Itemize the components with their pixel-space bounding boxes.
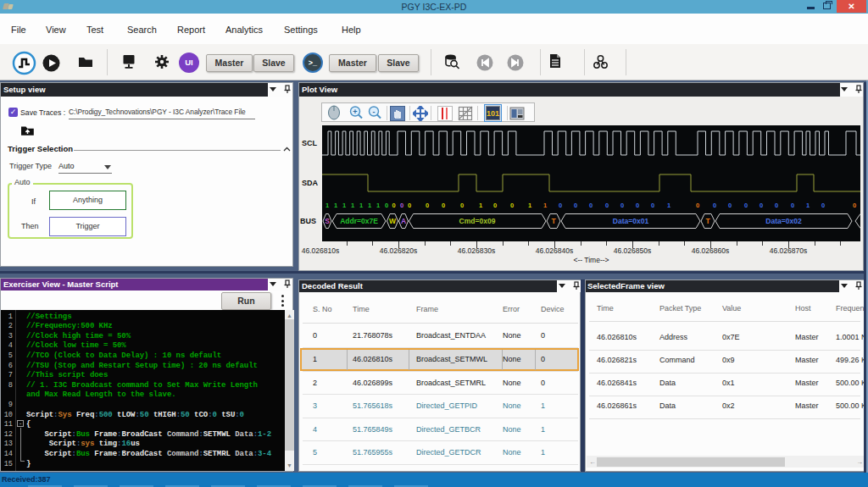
svg-text:0: 0 — [696, 202, 699, 209]
svg-text:Addr=0x7E: Addr=0x7E — [340, 217, 378, 225]
svg-text:0: 0 — [853, 202, 856, 209]
svg-text:T: T — [705, 217, 710, 225]
svg-text:-: - — [373, 108, 376, 116]
svg-text:0: 0 — [744, 202, 748, 209]
svg-text:0: 0 — [620, 202, 624, 209]
svg-text:W: W — [389, 217, 397, 225]
svg-text:1: 1 — [368, 202, 371, 209]
svg-text:1: 1 — [528, 202, 531, 209]
svg-text:0: 0 — [775, 202, 778, 209]
svg-text:0: 0 — [589, 202, 593, 209]
svg-text:0: 0 — [392, 202, 395, 209]
svg-text:0: 0 — [728, 202, 732, 209]
svg-text:Cmd=0x09: Cmd=0x09 — [459, 217, 496, 225]
svg-text:101: 101 — [487, 109, 499, 118]
svg-text:S: S — [325, 217, 330, 225]
svg-text:0: 0 — [460, 202, 464, 209]
svg-text:0: 0 — [493, 202, 497, 209]
svg-text:1: 1 — [667, 202, 670, 209]
svg-text:0: 0 — [510, 202, 514, 209]
svg-text:0: 0 — [791, 202, 794, 209]
svg-text:T: T — [551, 217, 556, 225]
svg-text:A: A — [401, 217, 406, 225]
svg-text:0: 0 — [442, 202, 445, 209]
svg-text:1: 1 — [342, 202, 346, 209]
svg-text:0: 0 — [559, 202, 562, 209]
svg-text:0: 0 — [821, 202, 825, 209]
svg-text:1: 1 — [479, 202, 482, 209]
svg-text:0: 0 — [385, 202, 388, 209]
svg-text:+: + — [353, 108, 357, 116]
svg-text:0: 0 — [760, 202, 763, 209]
svg-text:0: 0 — [426, 202, 429, 209]
svg-text:1: 1 — [543, 202, 547, 209]
svg-text:0: 0 — [400, 202, 403, 209]
svg-text:1: 1 — [326, 202, 329, 209]
svg-text:0: 0 — [574, 202, 577, 209]
svg-text:0: 0 — [605, 202, 609, 209]
svg-text:0: 0 — [408, 202, 411, 209]
svg-text:1: 1 — [376, 202, 380, 209]
svg-text:0: 0 — [636, 202, 639, 209]
svg-text:1: 1 — [359, 202, 363, 209]
svg-text:0: 0 — [713, 202, 716, 209]
svg-text:Data=0x01: Data=0x01 — [613, 217, 649, 225]
svg-text:1: 1 — [351, 202, 354, 209]
svg-text:1: 1 — [806, 202, 810, 209]
svg-text:0: 0 — [651, 202, 654, 209]
svg-text:Data=0x02: Data=0x02 — [765, 217, 802, 225]
svg-text:1: 1 — [334, 202, 337, 209]
